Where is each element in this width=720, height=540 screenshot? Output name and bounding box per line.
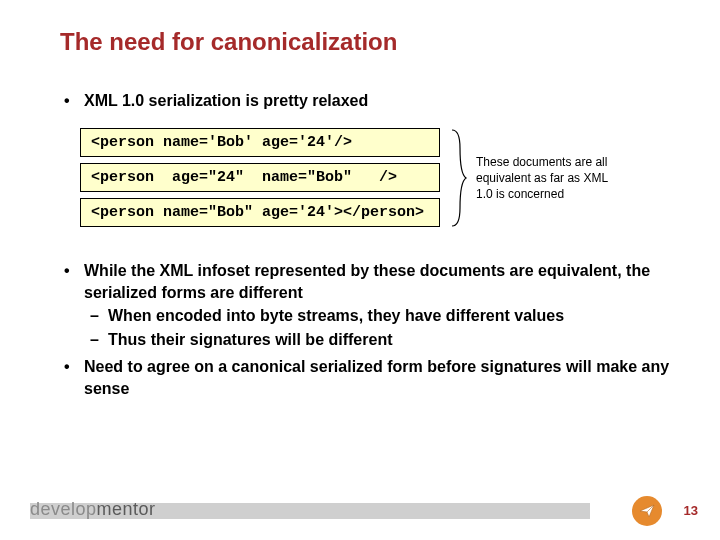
sub-list: When encoded into byte streams, they hav…: [84, 305, 670, 350]
content-bottom: While the XML infoset represented by the…: [60, 260, 670, 406]
code-line-1: <person name='Bob' age='24'/>: [80, 128, 440, 157]
brace-icon: [448, 128, 468, 228]
footer-logo: developmentor: [30, 499, 156, 520]
bullet-list-top: XML 1.0 serialization is pretty relaxed: [60, 90, 670, 112]
logo-part-1: develop: [30, 499, 97, 519]
code-examples: <person name='Bob' age='24'/> <person ag…: [80, 128, 440, 233]
code-line-3: <person name="Bob" age='24'></person>: [80, 198, 440, 227]
footer: developmentor 13: [0, 496, 720, 526]
code-line-2: <person age="24" name="Bob" />: [80, 163, 440, 192]
bullet-1: XML 1.0 serialization is pretty relaxed: [60, 90, 670, 112]
bullet-2-text: While the XML infoset represented by the…: [84, 262, 650, 301]
bullet-2-sub-2: Thus their signatures will be different: [84, 329, 670, 351]
slide-title: The need for canonicalization: [60, 28, 397, 56]
annotation-text: These documents are all equivalent as fa…: [476, 154, 626, 203]
logo-part-2: mentor: [97, 499, 156, 519]
bullet-2: While the XML infoset represented by the…: [60, 260, 670, 350]
page-number: 13: [684, 503, 698, 518]
bullet-3: Need to agree on a canonical serialized …: [60, 356, 670, 399]
brace-annotation: These documents are all equivalent as fa…: [448, 128, 626, 228]
bullet-list-bottom: While the XML infoset represented by the…: [60, 260, 670, 400]
bullet-2-sub-1: When encoded into byte streams, they hav…: [84, 305, 670, 327]
slide: The need for canonicalization XML 1.0 se…: [0, 0, 720, 540]
paper-plane-icon: [632, 496, 662, 526]
content-top: XML 1.0 serialization is pretty relaxed: [60, 90, 670, 118]
